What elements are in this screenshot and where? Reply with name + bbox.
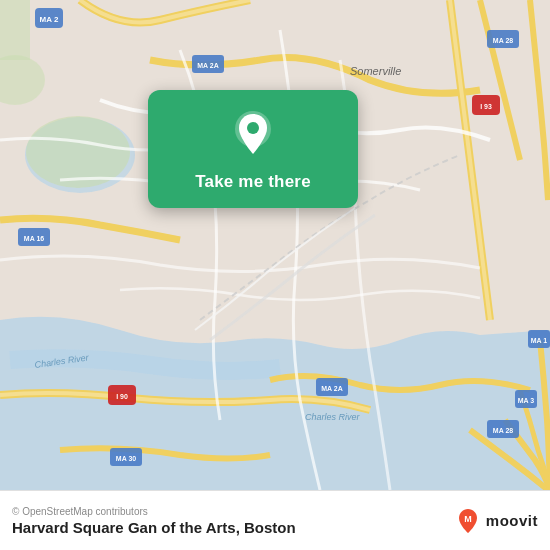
svg-point-32: [247, 122, 259, 134]
svg-text:MA 2: MA 2: [40, 15, 59, 24]
svg-text:MA 30: MA 30: [116, 455, 136, 462]
svg-text:Charles River: Charles River: [305, 412, 361, 422]
svg-text:M: M: [464, 514, 472, 524]
svg-text:I 90: I 90: [116, 393, 128, 400]
svg-text:Somerville: Somerville: [350, 65, 401, 77]
svg-text:MA 16: MA 16: [24, 235, 44, 242]
svg-text:MA 2A: MA 2A: [321, 385, 343, 392]
take-me-there-button[interactable]: Take me there: [195, 172, 311, 192]
svg-text:MA 28: MA 28: [493, 427, 513, 434]
svg-text:MA 1: MA 1: [531, 337, 548, 344]
map-background: MA 2 MA 2A I 93 MA 28 MA 16 I 90 MA 30 M…: [0, 0, 550, 490]
moovit-brand-text: moovit: [486, 512, 538, 529]
map-container: MA 2 MA 2A I 93 MA 28 MA 16 I 90 MA 30 M…: [0, 0, 550, 490]
svg-rect-3: [0, 0, 30, 60]
svg-text:MA 3: MA 3: [518, 397, 535, 404]
svg-text:MA 2A: MA 2A: [197, 62, 219, 69]
location-pin-icon: [226, 108, 280, 162]
moovit-logo: M moovit: [454, 507, 538, 535]
bottom-bar: © OpenStreetMap contributors Harvard Squ…: [0, 490, 550, 550]
overlay-card: Take me there: [148, 90, 358, 208]
moovit-icon: M: [454, 507, 482, 535]
svg-text:I 93: I 93: [480, 103, 492, 110]
svg-text:MA 28: MA 28: [493, 37, 513, 44]
